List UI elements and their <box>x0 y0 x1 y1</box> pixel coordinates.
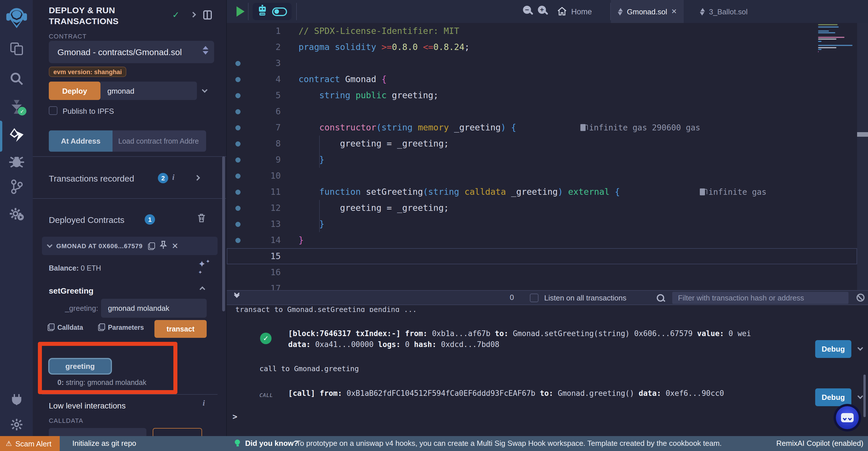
panel-scrollbar[interactable] <box>222 156 225 311</box>
line-number: 13 <box>244 216 281 232</box>
tx-log-row[interactable]: [block:7646317 txIndex:-] from: 0xb1a...… <box>288 328 751 350</box>
breakpoint-dot[interactable] <box>236 173 241 178</box>
git-icon[interactable] <box>0 179 33 194</box>
terminal-filter-input[interactable] <box>672 292 848 304</box>
git-init-button[interactable]: Initialize as git repo <box>72 439 136 448</box>
code-line[interactable]: 7 constructor(string memory _greeting) {… <box>227 119 868 136</box>
contract-select[interactable]: Gmonad - contracts/Gmonad.sol <box>49 41 214 63</box>
trash-icon[interactable] <box>197 213 206 225</box>
zoom-in-icon[interactable]: + <box>538 6 549 17</box>
info-icon[interactable]: i <box>203 399 205 408</box>
deploy-expand-icon[interactable] <box>202 87 208 93</box>
code-token: _greeting <box>449 122 501 133</box>
expand-log-icon[interactable] <box>857 345 863 351</box>
terminal-search-icon[interactable] <box>656 293 665 303</box>
code-line[interactable]: 15 <box>227 248 857 264</box>
code-line[interactable]: 17 <box>227 280 868 290</box>
terminal-prompt[interactable]: > <box>232 412 237 421</box>
code-line[interactable]: 8 greeting = _greeting; <box>227 136 868 152</box>
scam-alert-button[interactable]: ⚠ Scam Alert <box>0 436 60 451</box>
debug-button[interactable]: Debug <box>815 340 851 358</box>
transact-button[interactable]: transact <box>154 320 207 338</box>
remix-ai-assistant-button[interactable] <box>834 404 861 431</box>
code-line[interactable]: 13 } <box>227 216 868 232</box>
expand-terminal-icon[interactable] <box>235 293 241 302</box>
deploy-button[interactable]: Deploy <box>49 82 100 100</box>
info-icon[interactable]: i <box>172 173 175 182</box>
breakpoint-dot[interactable] <box>236 141 241 146</box>
code-line[interactable]: 12 greeting = _greeting; <box>227 200 868 216</box>
tx-recorded-expand-icon[interactable] <box>194 175 200 181</box>
log-token: from: <box>320 389 342 398</box>
debug-button[interactable]: Debug <box>815 388 851 406</box>
collapse-panel-icon[interactable] <box>190 12 196 18</box>
breakpoint-dot[interactable] <box>236 93 241 98</box>
code-line[interactable]: 9 } <box>227 152 868 168</box>
settings-icon[interactable] <box>0 418 33 431</box>
breakpoint-dot[interactable] <box>236 61 241 66</box>
card-collapse-icon[interactable] <box>47 242 53 248</box>
breakpoint-dot[interactable] <box>236 237 241 243</box>
ai-sparkles-icon[interactable]: ✦✦✦ <box>198 258 210 280</box>
breakpoint-dot[interactable] <box>236 189 241 195</box>
at-address-input[interactable] <box>113 131 206 152</box>
breakpoint-dot[interactable] <box>236 205 241 210</box>
scrollbar-marker[interactable] <box>857 132 868 137</box>
copy-address-icon[interactable] <box>148 242 155 250</box>
code-line[interactable]: 2pragma solidity >=0.8.0 <=0.8.24; <box>227 39 868 55</box>
copilot-toggle[interactable] <box>272 7 287 16</box>
code-editor[interactable]: 1// SPDX-License-Identifier: MIT2pragma … <box>227 23 868 290</box>
expand-log-icon[interactable] <box>857 393 863 399</box>
file-explorer-icon[interactable] <box>0 41 33 56</box>
tab-gmonad[interactable]: Gmonad.sol ✕ <box>611 0 684 23</box>
remove-contract-icon[interactable]: ✕ <box>172 241 178 251</box>
deployed-contract-card-header[interactable]: GMONAD AT 0X606...67579 ✕ <box>42 237 218 255</box>
code-line[interactable]: 10 <box>227 168 868 184</box>
run-script-icon[interactable] <box>237 6 245 17</box>
code-line[interactable]: 16 <box>227 264 868 280</box>
solidity-compiler-icon[interactable] <box>0 99 33 115</box>
tab-ballot[interactable]: 3_Ballot.sol <box>693 0 754 23</box>
pin-panel-icon[interactable] <box>203 10 212 20</box>
remix-logo[interactable] <box>0 7 33 29</box>
parameters-copy-button[interactable]: Parameters <box>98 323 144 331</box>
close-tab-icon[interactable]: ✕ <box>671 7 677 16</box>
terminal-scrollbar[interactable] <box>863 374 866 417</box>
breakpoint-dot[interactable] <box>236 77 241 82</box>
code-line[interactable]: 11 function setGreeting(string calldata … <box>227 184 868 200</box>
log-token: to: <box>540 389 553 398</box>
plugin-runner-icon[interactable] <box>0 207 33 221</box>
tab-home[interactable]: Home <box>557 0 592 23</box>
search-icon[interactable] <box>0 71 33 86</box>
zoom-out-icon[interactable]: − <box>523 6 534 17</box>
calldata-copy-button[interactable]: Calldata <box>48 323 83 331</box>
line-number: 10 <box>244 168 281 184</box>
constructor-arg-input[interactable] <box>100 82 197 100</box>
param-input[interactable] <box>101 299 207 318</box>
robot-icon[interactable] <box>257 5 268 19</box>
code-line[interactable]: 14} <box>227 232 868 248</box>
greeting-call-button[interactable]: greeting <box>48 358 112 374</box>
code-line[interactable]: 3 <box>227 55 868 71</box>
breakpoint-dot[interactable] <box>236 222 241 227</box>
code-line[interactable]: 1// SPDX-License-Identifier: MIT <box>227 23 868 39</box>
editor-scrollbar[interactable] <box>857 23 868 290</box>
deploy-run-icon[interactable] <box>0 128 33 142</box>
code-token: greeting; <box>386 90 439 101</box>
code-line[interactable]: 4contract Gmonad { <box>227 71 868 87</box>
publish-ipfs-checkbox[interactable] <box>49 106 57 115</box>
clear-console-icon[interactable] <box>857 293 865 302</box>
breakpoint-dot[interactable] <box>236 125 241 130</box>
code-line[interactable]: 5 string public greeting; <box>227 87 868 104</box>
fn-collapse-icon[interactable] <box>199 286 205 292</box>
code-line[interactable]: 6 <box>227 104 868 119</box>
debugger-icon[interactable] <box>0 155 33 169</box>
plugin-manager-icon[interactable] <box>0 392 33 406</box>
pin-contract-icon[interactable] <box>160 241 167 251</box>
listen-all-checkbox[interactable] <box>530 293 538 302</box>
minimap[interactable] <box>818 24 854 59</box>
breakpoint-dot[interactable] <box>236 157 241 162</box>
at-address-button[interactable]: At Address <box>49 131 113 152</box>
breakpoint-dot[interactable] <box>236 109 241 114</box>
tx-log-line[interactable]: [call] from: 0xB1aB62fdFC104512F594fCa0E… <box>288 389 724 398</box>
